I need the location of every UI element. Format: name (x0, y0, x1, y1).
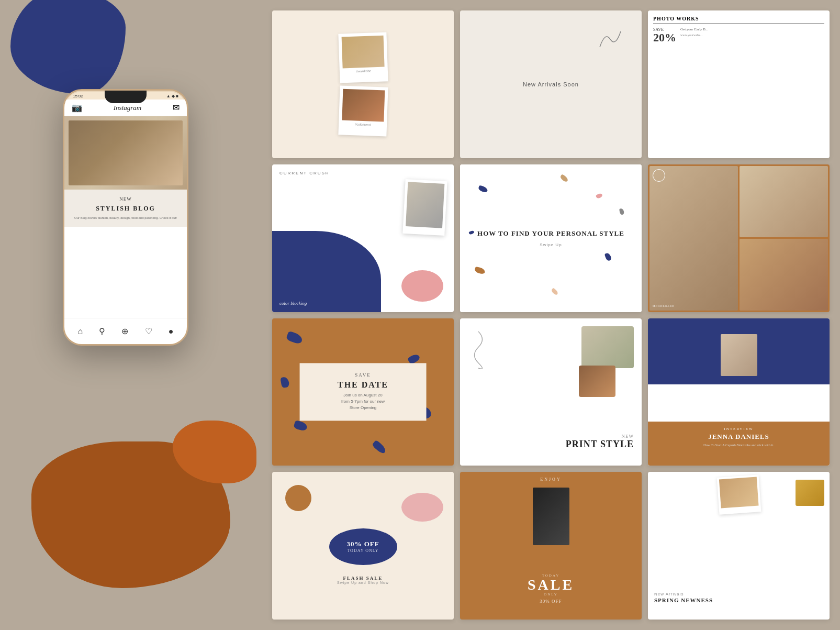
crush-polaroid-img (406, 182, 444, 228)
save-date-desc: Join us on August 20 from 5-7pm for our … (310, 392, 416, 411)
post-image (64, 116, 187, 190)
sale-pct: 30% OFF (346, 540, 379, 548)
sale-cta: Swipe Up and Shop Now (337, 581, 389, 584)
polaroid-2: #colortrend (338, 85, 388, 136)
td5 (551, 288, 559, 296)
td2 (596, 193, 603, 200)
card-flash-sale: 30% OFF TODAY ONLY FLASH SALE Swipe Up a… (272, 472, 454, 620)
workshop-url: www.yourwebs... (680, 34, 824, 37)
sdt3 (293, 420, 308, 432)
phone-body: 15:02 ▲ ◆ ■ 📷 Instagram ✉ NEW STYLISH BL… (63, 89, 188, 346)
phone-mockup: 15:02 ▲ ◆ ■ 📷 Instagram ✉ NEW STYLISH BL… (63, 89, 188, 346)
post-label: NEW (72, 196, 180, 203)
post-content: NEW STYLISH BLOG Our Blog covers fashion… (64, 190, 187, 227)
nav-add-icon[interactable]: ⊕ (121, 326, 128, 336)
interview-photo (721, 334, 757, 376)
insp-img-2 (740, 166, 828, 237)
phone-time: 15:02 (73, 94, 83, 98)
insp-label: MOODBOARD (653, 305, 675, 307)
how-to-cta: Swipe Up (477, 242, 624, 247)
cards-grid: #wardrobe #colortrend New Arrivals Soon … (262, 0, 840, 630)
polaroid-img-2 (342, 89, 385, 122)
card-how-to-find: HOW TO FIND YOUR PERSONAL STYLE Swipe Up (460, 164, 642, 312)
post-desc: Our Blog covers fashion, beauty, design,… (72, 216, 180, 220)
polaroid-1: #wardrobe (338, 32, 388, 83)
spring-polaroid-img (719, 477, 758, 509)
crush-pink-shape (401, 270, 443, 302)
print-title: PRINT STYLE (566, 439, 634, 450)
how-to-text-block: HOW TO FIND YOUR PERSONAL STYLE Swipe Up (467, 218, 635, 258)
save-the-text: SAVE (310, 373, 416, 378)
nav-heart-icon[interactable]: ♡ (145, 326, 152, 336)
phone-notch (105, 91, 147, 103)
camera-icon: 📷 (72, 103, 82, 113)
polaroid-img-1 (341, 36, 384, 69)
nav-search-icon[interactable]: ⚲ (99, 326, 105, 336)
sale-circle-brown (285, 485, 311, 511)
card-spring-newness: New Arrivals SPRING NEWNESS (648, 472, 830, 620)
insp-img-3 (740, 239, 828, 310)
new-arrivals-text: New Arrivals Soon (523, 81, 579, 87)
send-icon: ✉ (173, 103, 180, 113)
crush-polaroid (402, 179, 447, 236)
print-squiggle-svg (468, 329, 489, 371)
workshop-tagline: Get your Early B... (680, 27, 824, 31)
card-inspiration: MOODBOARD (648, 164, 830, 312)
instagram-title: Instagram (114, 104, 141, 112)
crush-blue-shape (272, 231, 381, 312)
polaroid-caption-2: #colortrend (342, 122, 384, 127)
sdt5 (372, 440, 387, 455)
card-polaroid-duo: #wardrobe #colortrend (272, 10, 454, 158)
crush-label: CURRENT CRUSH (279, 171, 330, 175)
nav-home-icon[interactable]: ⌂ (78, 327, 83, 336)
nav-profile-icon[interactable]: ● (169, 327, 174, 336)
td3 (474, 267, 486, 275)
interview-text: INTERVIEW JENNA DANIELS How To Start A C… (648, 427, 830, 447)
post-image-inner (69, 120, 183, 185)
save-date-title: THE DATE (310, 380, 416, 390)
sale-only: ONLY (460, 592, 642, 596)
squiggle-svg (595, 26, 626, 52)
interview-name: JENNA DANIELS (648, 433, 830, 441)
save-date-inner: SAVE THE DATE Join us on August 20 from … (299, 363, 427, 421)
card-workshop: PHOTO WORKS SAVE 20% Get your Early B...… (648, 10, 830, 158)
phone-nav: ⌂ ⚲ ⊕ ♡ ● (64, 318, 187, 344)
sdt1 (286, 330, 304, 345)
blob-blue (10, 0, 126, 94)
how-to-title: HOW TO FIND YOUR PERSONAL STYLE (477, 229, 624, 238)
td7 (559, 174, 569, 183)
td1 (478, 185, 488, 193)
spring-earrings-img (796, 480, 824, 506)
sdt6 (281, 377, 290, 388)
sale-oval-navy: 30% OFF TODAY ONLY (329, 528, 397, 565)
workshop-content: SAVE 20% Get your Early B... www.yourweb… (653, 27, 824, 153)
spring-polaroid (716, 475, 761, 515)
sale-person-image (533, 488, 569, 545)
card-current-crush: CURRENT CRUSH color blocking (272, 164, 454, 312)
insp-circle (653, 169, 665, 182)
print-style-text: NEW PRINT STYLE (566, 434, 634, 450)
enjoy-label: ENJOY (460, 477, 642, 482)
insp-img-main: MOODBOARD (649, 166, 738, 311)
workshop-right: Get your Early B... www.yourwebs... (680, 27, 824, 153)
print-bag-image (579, 366, 615, 397)
post-title: STYLISH BLOG (72, 205, 180, 213)
sale-bottom: FLASH SALE Swipe Up and Shop Now (337, 576, 389, 584)
workshop-save: SAVE 20% (653, 27, 676, 153)
workshop-title: PHOTO WORKS (653, 16, 824, 24)
sale-sub: TODAY ONLY (347, 548, 378, 553)
phone-screen: NEW STYLISH BLOG Our Blog covers fashion… (64, 116, 187, 326)
sale-thirty: 30% OFF (460, 599, 642, 604)
phone-icons: ▲ ◆ ■ (166, 94, 178, 98)
interview-label: INTERVIEW (648, 427, 830, 431)
polaroid-caption-1: #wardrobe (342, 69, 384, 73)
sale-text-block: TODAY SALE ONLY 30% OFF (460, 573, 642, 604)
card-new-print-style: NEW PRINT STYLE (460, 318, 642, 466)
td6 (619, 208, 624, 215)
card-sale-person: ENJOY TODAY SALE ONLY 30% OFF (460, 472, 642, 620)
sale-circle-pink (401, 493, 443, 522)
spring-arrivals-label: New Arrivals (654, 592, 713, 596)
card-interview-jenna: INTERVIEW JENNA DANIELS How To Start A C… (648, 318, 830, 466)
spring-text: New Arrivals SPRING NEWNESS (654, 592, 713, 604)
interview-subtitle: How To Start A Capsule Wardrobe and stic… (648, 443, 830, 447)
